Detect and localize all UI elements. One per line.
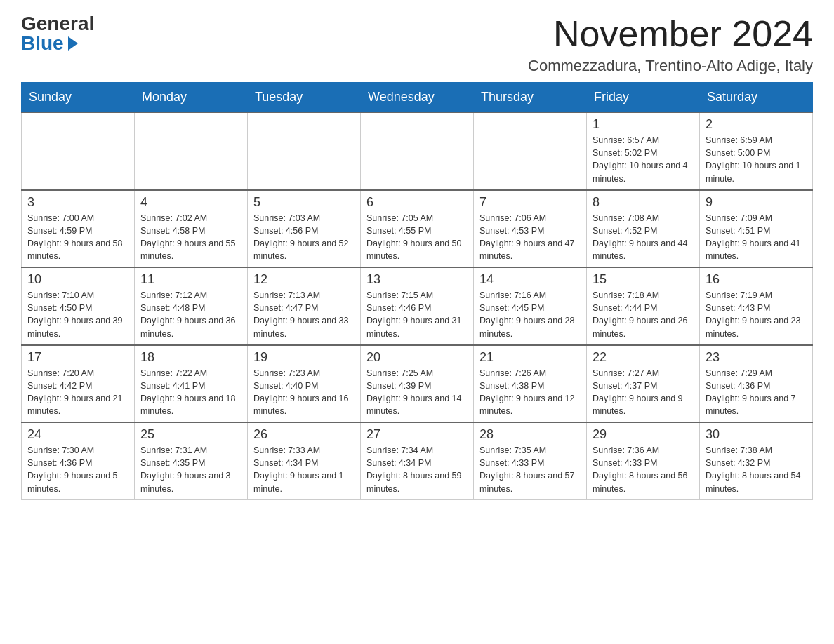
calendar-cell: 28Sunrise: 7:35 AMSunset: 4:33 PMDayligh… [474,422,587,499]
day-info: Sunrise: 7:35 AMSunset: 4:33 PMDaylight:… [479,444,581,495]
day-number: 23 [706,350,807,365]
calendar-cell [135,112,248,190]
calendar-cell: 11Sunrise: 7:12 AMSunset: 4:48 PMDayligh… [135,267,248,345]
day-number: 21 [479,350,581,365]
calendar-cell: 23Sunrise: 7:29 AMSunset: 4:36 PMDayligh… [700,345,813,423]
calendar-cell: 2Sunrise: 6:59 AMSunset: 5:00 PMDaylight… [700,112,813,190]
calendar-cell: 27Sunrise: 7:34 AMSunset: 4:34 PMDayligh… [361,422,474,499]
day-info: Sunrise: 7:02 AMSunset: 4:58 PMDaylight:… [140,212,241,263]
logo-blue-text: Blue [21,34,78,53]
day-number: 18 [140,350,241,365]
day-number: 17 [27,350,128,365]
day-info: Sunrise: 7:15 AMSunset: 4:46 PMDaylight:… [366,289,468,340]
day-info: Sunrise: 7:05 AMSunset: 4:55 PMDaylight:… [366,212,468,263]
calendar-cell: 5Sunrise: 7:03 AMSunset: 4:56 PMDaylight… [248,190,361,268]
day-number: 3 [27,195,128,210]
day-info: Sunrise: 7:09 AMSunset: 4:51 PMDaylight:… [706,212,807,263]
day-info: Sunrise: 7:22 AMSunset: 4:41 PMDaylight:… [140,367,241,418]
day-info: Sunrise: 7:23 AMSunset: 4:40 PMDaylight:… [253,367,355,418]
day-number: 6 [366,195,468,210]
day-number: 4 [140,195,241,210]
calendar-cell: 12Sunrise: 7:13 AMSunset: 4:47 PMDayligh… [248,267,361,345]
day-info: Sunrise: 7:19 AMSunset: 4:43 PMDaylight:… [706,289,807,340]
week-row: 24Sunrise: 7:30 AMSunset: 4:36 PMDayligh… [22,422,813,499]
days-of-week-row: SundayMondayTuesdayWednesdayThursdayFrid… [22,83,813,113]
day-of-week-header: Sunday [22,83,135,113]
calendar-cell: 14Sunrise: 7:16 AMSunset: 4:45 PMDayligh… [474,267,587,345]
day-number: 28 [479,427,581,442]
calendar-cell [22,112,135,190]
day-number: 9 [706,195,807,210]
calendar-cell: 19Sunrise: 7:23 AMSunset: 4:40 PMDayligh… [248,345,361,423]
calendar-cell: 17Sunrise: 7:20 AMSunset: 4:42 PMDayligh… [22,345,135,423]
day-info: Sunrise: 7:38 AMSunset: 4:32 PMDaylight:… [706,444,807,495]
day-number: 25 [140,427,241,442]
calendar-cell [361,112,474,190]
day-of-week-header: Saturday [700,83,813,113]
day-number: 12 [253,272,355,287]
day-number: 24 [27,427,128,442]
page-header: General Blue November 2024 Commezzadura,… [21,14,813,75]
day-number: 30 [706,427,807,442]
week-row: 1Sunrise: 6:57 AMSunset: 5:02 PMDaylight… [22,112,813,190]
day-info: Sunrise: 7:00 AMSunset: 4:59 PMDaylight:… [27,212,128,263]
day-info: Sunrise: 7:08 AMSunset: 4:52 PMDaylight:… [593,212,694,263]
day-number: 19 [253,350,355,365]
day-info: Sunrise: 7:13 AMSunset: 4:47 PMDaylight:… [253,289,355,340]
day-info: Sunrise: 7:34 AMSunset: 4:34 PMDaylight:… [366,444,468,495]
calendar-cell: 9Sunrise: 7:09 AMSunset: 4:51 PMDaylight… [700,190,813,268]
day-number: 27 [366,427,468,442]
calendar-cell: 1Sunrise: 6:57 AMSunset: 5:02 PMDaylight… [587,112,700,190]
day-number: 11 [140,272,241,287]
day-info: Sunrise: 7:18 AMSunset: 4:44 PMDaylight:… [593,289,694,340]
day-of-week-header: Wednesday [361,83,474,113]
calendar-cell: 15Sunrise: 7:18 AMSunset: 4:44 PMDayligh… [587,267,700,345]
calendar-cell: 3Sunrise: 7:00 AMSunset: 4:59 PMDaylight… [22,190,135,268]
day-number: 22 [593,350,694,365]
day-info: Sunrise: 7:29 AMSunset: 4:36 PMDaylight:… [706,367,807,418]
day-info: Sunrise: 7:25 AMSunset: 4:39 PMDaylight:… [366,367,468,418]
logo: General Blue [21,14,94,53]
day-info: Sunrise: 7:26 AMSunset: 4:38 PMDaylight:… [479,367,581,418]
day-number: 13 [366,272,468,287]
day-info: Sunrise: 6:59 AMSunset: 5:00 PMDaylight:… [706,134,807,185]
day-info: Sunrise: 7:33 AMSunset: 4:34 PMDaylight:… [253,444,355,495]
day-number: 5 [253,195,355,210]
day-number: 16 [706,272,807,287]
calendar-cell: 13Sunrise: 7:15 AMSunset: 4:46 PMDayligh… [361,267,474,345]
day-number: 2 [706,117,807,132]
logo-general-text: General [21,14,94,34]
calendar-cell: 6Sunrise: 7:05 AMSunset: 4:55 PMDaylight… [361,190,474,268]
location-subtitle: Commezzadura, Trentino-Alto Adige, Italy [528,57,813,75]
calendar-cell: 22Sunrise: 7:27 AMSunset: 4:37 PMDayligh… [587,345,700,423]
calendar-cell: 25Sunrise: 7:31 AMSunset: 4:35 PMDayligh… [135,422,248,499]
day-number: 8 [593,195,694,210]
day-of-week-header: Thursday [474,83,587,113]
week-row: 10Sunrise: 7:10 AMSunset: 4:50 PMDayligh… [22,267,813,345]
calendar-cell: 29Sunrise: 7:36 AMSunset: 4:33 PMDayligh… [587,422,700,499]
day-info: Sunrise: 6:57 AMSunset: 5:02 PMDaylight:… [593,134,694,185]
day-number: 15 [593,272,694,287]
day-info: Sunrise: 7:06 AMSunset: 4:53 PMDaylight:… [479,212,581,263]
calendar-cell: 10Sunrise: 7:10 AMSunset: 4:50 PMDayligh… [22,267,135,345]
calendar-cell [248,112,361,190]
day-number: 1 [593,117,694,132]
day-number: 26 [253,427,355,442]
week-row: 17Sunrise: 7:20 AMSunset: 4:42 PMDayligh… [22,345,813,423]
calendar-cell: 18Sunrise: 7:22 AMSunset: 4:41 PMDayligh… [135,345,248,423]
calendar-cell: 26Sunrise: 7:33 AMSunset: 4:34 PMDayligh… [248,422,361,499]
day-info: Sunrise: 7:36 AMSunset: 4:33 PMDaylight:… [593,444,694,495]
calendar-table: SundayMondayTuesdayWednesdayThursdayFrid… [21,82,813,500]
month-title: November 2024 [528,14,813,54]
calendar-cell [474,112,587,190]
day-info: Sunrise: 7:27 AMSunset: 4:37 PMDaylight:… [593,367,694,418]
day-info: Sunrise: 7:10 AMSunset: 4:50 PMDaylight:… [27,289,128,340]
day-number: 14 [479,272,581,287]
title-area: November 2024 Commezzadura, Trentino-Alt… [528,14,813,75]
calendar-cell: 24Sunrise: 7:30 AMSunset: 4:36 PMDayligh… [22,422,135,499]
calendar-cell: 21Sunrise: 7:26 AMSunset: 4:38 PMDayligh… [474,345,587,423]
day-of-week-header: Friday [587,83,700,113]
day-info: Sunrise: 7:03 AMSunset: 4:56 PMDaylight:… [253,212,355,263]
calendar-cell: 4Sunrise: 7:02 AMSunset: 4:58 PMDaylight… [135,190,248,268]
day-number: 20 [366,350,468,365]
